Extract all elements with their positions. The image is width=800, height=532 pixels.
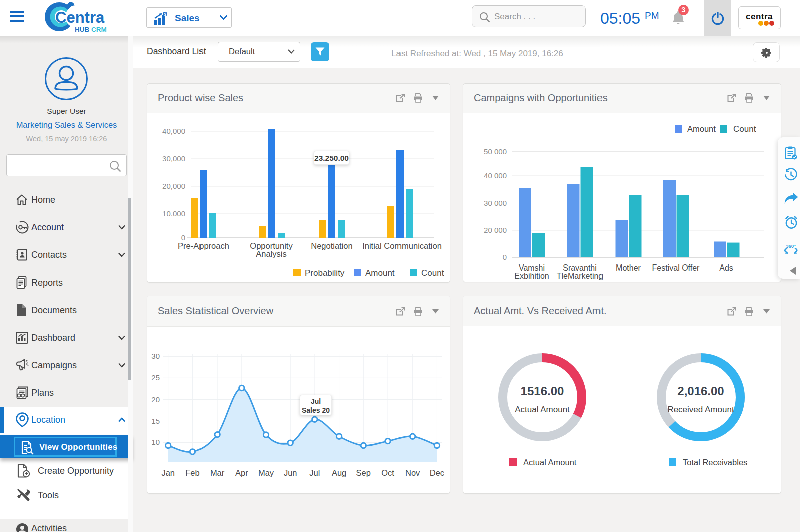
svg-text:Apr: Apr <box>235 468 248 477</box>
svg-text:Initial Communication: Initial Communication <box>362 241 442 250</box>
svg-text:Jul: Jul <box>309 468 320 477</box>
svg-text:$: $ <box>164 12 166 17</box>
svg-text:25: 25 <box>151 373 160 382</box>
svg-text:Sep: Sep <box>356 468 371 477</box>
svg-text:Oct: Oct <box>381 468 394 477</box>
svg-text:Nov: Nov <box>405 468 420 477</box>
svg-text:20,000: 20,000 <box>162 182 185 190</box>
svg-text:40 000: 40 000 <box>484 171 507 180</box>
svg-text:30,000: 30,000 <box>162 154 185 163</box>
svg-text:360°: 360° <box>786 243 796 249</box>
svg-text:Dec: Dec <box>430 468 444 477</box>
svg-text:Ads: Ads <box>719 263 733 272</box>
svg-text:Mar: Mar <box>210 468 225 477</box>
svg-text:Feb: Feb <box>185 468 199 477</box>
svg-text:20 000: 20 000 <box>484 226 507 234</box>
svg-text:Amount: Amount <box>687 124 716 133</box>
svg-text:Centra: Centra <box>55 9 105 26</box>
svg-text:centra: centra <box>746 12 773 21</box>
svg-text:30 000: 30 000 <box>484 199 507 207</box>
svg-text:Count: Count <box>733 124 756 134</box>
svg-text:10: 10 <box>151 438 160 446</box>
svg-text:May: May <box>258 468 274 477</box>
svg-text:Jun: Jun <box>284 468 297 477</box>
svg-text:30: 30 <box>151 352 160 360</box>
svg-text:Vamshi: Vamshi <box>519 263 545 272</box>
svg-text:Aug: Aug <box>332 468 346 477</box>
svg-text:Exbihition: Exbihition <box>514 272 549 280</box>
svg-text:Jan: Jan <box>161 468 175 477</box>
svg-text:20: 20 <box>151 395 160 404</box>
svg-text:Pre-Approach: Pre-Approach <box>178 241 229 250</box>
svg-text:0: 0 <box>181 233 185 242</box>
svg-text:TleMarketing: TleMarketing <box>557 272 603 280</box>
svg-text:Analysis: Analysis <box>256 249 286 258</box>
svg-text:40,000: 40,000 <box>162 127 185 135</box>
svg-text:HUB CRM: HUB CRM <box>75 26 107 33</box>
svg-text:Festival Offer: Festival Offer <box>652 263 700 272</box>
svg-text:Sravanthi: Sravanthi <box>563 263 597 272</box>
svg-text:15: 15 <box>151 417 160 425</box>
svg-text:10.000: 10.000 <box>162 209 185 218</box>
svg-text:Mother: Mother <box>616 263 641 272</box>
svg-text:0: 0 <box>503 253 507 261</box>
svg-text:Negotiation: Negotiation <box>311 241 352 250</box>
svg-text:50 000: 50 000 <box>484 147 507 156</box>
